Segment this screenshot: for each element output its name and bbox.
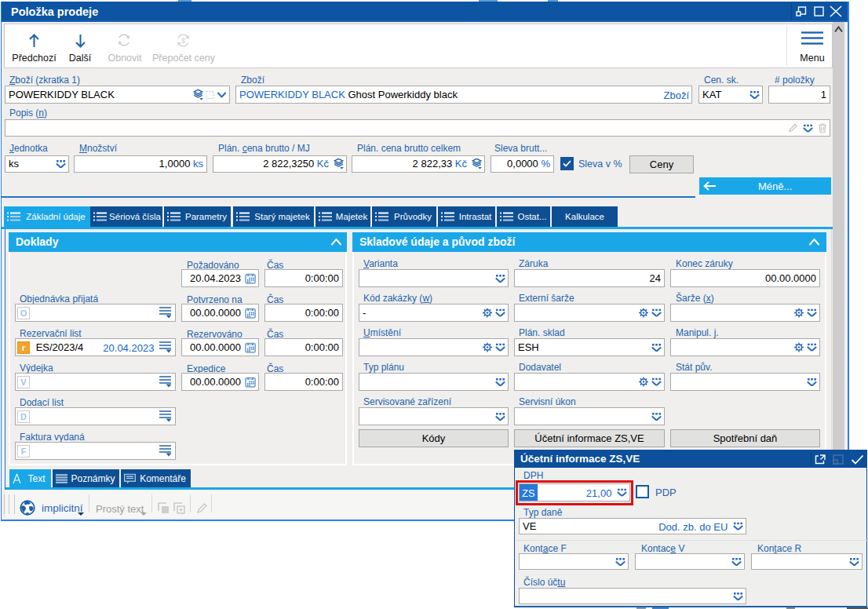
svg-text:$: $ — [181, 36, 186, 45]
